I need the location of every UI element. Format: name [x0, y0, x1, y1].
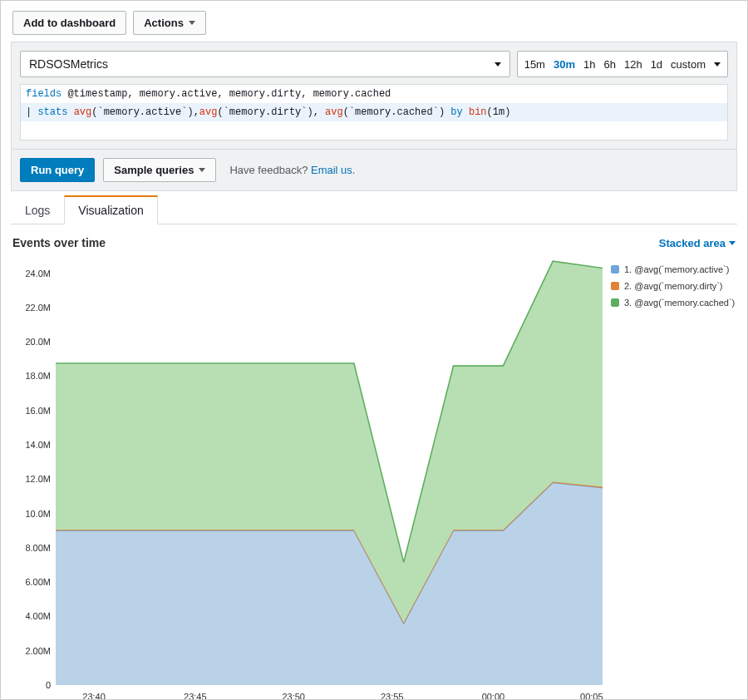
keyword-stats: stats	[37, 106, 73, 118]
legend-label: 3. @avg(`memory.cached`)	[624, 298, 735, 308]
x-tick-label: 23:45	[184, 692, 207, 700]
legend-item[interactable]: 3. @avg(`memory.cached`)	[611, 298, 735, 308]
query-actions: Run query Sample queries Have feedback? …	[11, 150, 737, 191]
y-tick-label: 10.0M	[25, 509, 51, 519]
y-tick-label: 16.0M	[25, 406, 51, 416]
fn-bin: bin	[469, 106, 487, 118]
add-to-dashboard-button[interactable]: Add to dashboard	[12, 11, 126, 35]
y-tick-label: 18.0M	[25, 371, 51, 381]
y-tick-label: 8.00M	[25, 543, 51, 553]
top-toolbar: Add to dashboard Actions	[1, 1, 747, 40]
chevron-down-icon	[729, 241, 736, 245]
results-tabs: Logs Visualization	[11, 191, 737, 224]
time-option-30m[interactable]: 30m	[554, 58, 575, 71]
y-tick-label: 20.0M	[25, 337, 51, 347]
x-tick-label: 23:55	[381, 692, 404, 700]
chart-header: Events over time Stacked area	[12, 236, 736, 249]
chart-area: Events over time Stacked area 02.00M4.00…	[1, 224, 747, 700]
tab-visualization[interactable]: Visualization	[64, 195, 157, 224]
keyword-fields: fields	[26, 88, 62, 100]
time-option-1d[interactable]: 1d	[651, 58, 662, 71]
legend-label: 1. @avg(`memory.active`)	[624, 264, 729, 274]
x-tick-label: 23:40	[82, 692, 106, 700]
time-range-picker[interactable]: 15m30m1h6h12h1dcustom	[517, 51, 728, 77]
chart-title: Events over time	[12, 236, 106, 249]
chart-type-select[interactable]: Stacked area	[659, 237, 736, 249]
y-tick-label: 22.0M	[25, 303, 51, 313]
legend-swatch	[611, 298, 619, 307]
time-option-15m[interactable]: 15m	[524, 58, 545, 71]
time-option-1h[interactable]: 1h	[583, 58, 595, 71]
keyword-by: by	[450, 106, 469, 118]
x-tick-label: 00:00	[482, 692, 505, 700]
chevron-down-icon	[199, 168, 205, 172]
run-query-button[interactable]: Run query	[20, 158, 95, 182]
chart-svg	[56, 256, 603, 685]
chart-legend: 1. @avg(`memory.active`)2. @avg(`memory.…	[611, 256, 735, 700]
actions-button[interactable]: Actions	[133, 11, 206, 35]
controls-row: RDSOSMetrics 15m30m1h6h12h1dcustom	[20, 51, 728, 77]
fn-avg: avg	[325, 106, 343, 118]
legend-item[interactable]: 2. @avg(`memory.dirty`)	[611, 281, 735, 291]
log-group-select[interactable]: RDSOSMetrics	[20, 51, 510, 77]
y-tick-label: 14.0M	[25, 440, 51, 450]
chevron-down-icon	[714, 62, 721, 67]
actions-label: Actions	[144, 17, 184, 29]
fn-avg: avg	[199, 106, 218, 118]
y-tick-label: 2.00M	[25, 646, 51, 656]
feedback-text: Have feedback? Email us.	[229, 164, 355, 176]
y-tick-label: 12.0M	[25, 474, 51, 484]
query-line-2: | stats avg(`memory.active`),avg(`memory…	[21, 103, 727, 121]
query-panel: RDSOSMetrics 15m30m1h6h12h1dcustom field…	[11, 42, 737, 150]
query-editor[interactable]: fields @timestamp, memory.active, memory…	[20, 84, 728, 140]
sample-queries-button[interactable]: Sample queries	[103, 158, 216, 182]
time-option-12h[interactable]: 12h	[624, 58, 642, 71]
y-tick-label: 6.00M	[25, 577, 51, 587]
legend-swatch	[611, 265, 619, 274]
legend-label: 2. @avg(`memory.dirty`)	[624, 281, 723, 291]
chart-plot: 02.00M4.00M6.00M8.00M10.0M12.0M14.0M16.0…	[12, 256, 603, 700]
chevron-down-icon	[495, 62, 501, 67]
email-us-link[interactable]: Email us.	[311, 164, 355, 176]
x-tick-label: 00:05	[580, 692, 603, 700]
legend-item[interactable]: 1. @avg(`memory.active`)	[611, 264, 735, 274]
log-group-value: RDSOSMetrics	[29, 57, 108, 71]
x-axis: 23:4023:4523:5023:5500:0000:05	[56, 692, 603, 700]
x-tick-label: 23:50	[282, 692, 305, 700]
fn-avg: avg	[74, 106, 92, 118]
y-tick-label: 0	[46, 680, 51, 690]
y-tick-label: 24.0M	[25, 269, 51, 279]
time-option-custom[interactable]: custom	[671, 58, 706, 71]
app-frame: Add to dashboard Actions RDSOSMetrics 15…	[0, 0, 748, 700]
chart-body: 02.00M4.00M6.00M8.00M10.0M12.0M14.0M16.0…	[12, 256, 736, 700]
query-line-1: fields @timestamp, memory.active, memory…	[21, 85, 727, 103]
time-option-6h[interactable]: 6h	[603, 58, 615, 71]
tab-logs[interactable]: Logs	[11, 196, 64, 224]
y-axis: 02.00M4.00M6.00M8.00M10.0M12.0M14.0M16.0…	[12, 256, 56, 685]
legend-swatch	[611, 282, 619, 290]
chevron-down-icon	[189, 21, 195, 25]
y-tick-label: 4.00M	[25, 611, 51, 621]
